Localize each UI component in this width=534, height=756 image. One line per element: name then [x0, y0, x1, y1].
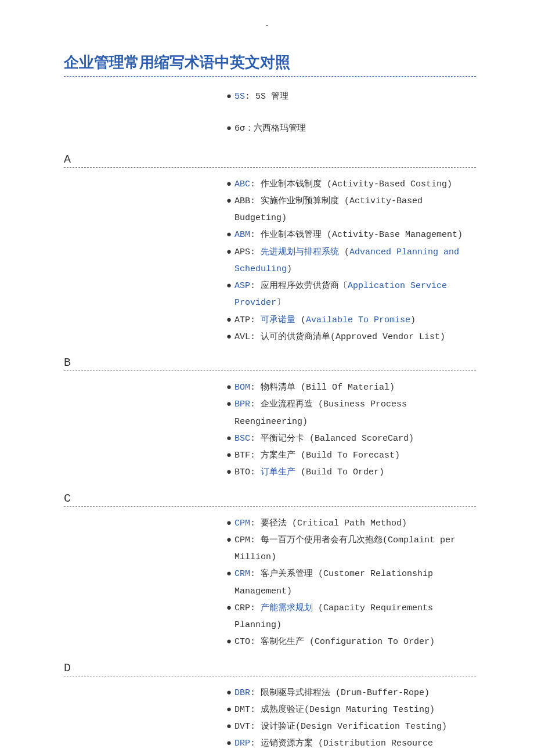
separator: :: [250, 179, 261, 189]
separator: :: [250, 535, 261, 545]
term-text: 平衡记分卡 (Balanced ScoreCard): [261, 434, 414, 444]
bullet-icon: ●: [226, 176, 234, 193]
separator: :: [250, 451, 261, 460]
term-abbr[interactable]: ASP: [234, 281, 250, 291]
list-item: ●DMT: 成熟度验证(Design Maturing Testing): [226, 701, 471, 718]
term-text: 要径法 (Critical Path Method): [261, 519, 407, 528]
term-abbr[interactable]: ABC: [234, 179, 250, 189]
term-text: 〕: [276, 298, 285, 308]
bullet-icon: ●: [226, 600, 234, 617]
term-abbr[interactable]: ABM: [234, 230, 250, 240]
separator: :: [250, 722, 261, 732]
bullet-icon: ●: [226, 566, 234, 582]
sections: A●ABC: 作业制本钱制度 (Activity-Based Costing)●…: [64, 153, 476, 757]
term-link-text[interactable]: Available To Promise: [306, 315, 410, 325]
term-abbr: DMT: [234, 705, 250, 715]
separator: :: [250, 519, 261, 528]
section-heading: A: [64, 153, 476, 166]
term-link-text[interactable]: 可承诺量: [261, 315, 295, 325]
section-list: ●BOM: 物料清单 (Bill Of Material)●BPR: 企业流程再…: [226, 379, 476, 481]
item-body: CRM: 客户关系管理 (Customer Relationship Manag…: [234, 566, 471, 600]
separator: :: [250, 739, 261, 748]
term-link-text[interactable]: 先进规划与排程系统: [261, 247, 339, 257]
item-body: ATP: 可承诺量 (Available To Promise): [234, 312, 471, 329]
term-link-text[interactable]: 订单生产: [261, 467, 295, 477]
list-item: ●ASP: 应用程序效劳供货商〔Application Service Prov…: [226, 278, 471, 312]
term-abbr: DVT: [234, 722, 250, 732]
term-text: 方案生产 (Build To Forecast): [261, 451, 400, 460]
separator: :: [250, 399, 261, 409]
bullet-icon: ●: [226, 278, 234, 294]
section-heading: B: [64, 356, 476, 369]
term-abbr: 6σ: [234, 124, 245, 134]
list-item: ●CTO: 客制化生产 (Configuration To Order): [226, 633, 471, 650]
bullet-icon: ●: [226, 226, 234, 243]
item-body: 6σ：六西格玛管理: [234, 120, 471, 137]
item-body: DBR: 限制驱导式排程法 (Drum-Buffer-Rope): [234, 685, 471, 701]
term-text: 设计验证(Design Verification Testing): [261, 722, 447, 732]
list-item: ●CPM: 要径法 (Critical Path Method): [226, 515, 471, 532]
title-divider: [64, 76, 476, 77]
separator: :: [250, 637, 261, 647]
bullet-icon: ●: [226, 515, 234, 532]
term-text: 认可的供货商清单(Approved Vendor List): [261, 332, 445, 342]
item-body: BSC: 平衡记分卡 (Balanced ScoreCard): [234, 430, 471, 447]
bullet-icon: ●: [226, 718, 234, 735]
bullet-icon: ●: [226, 244, 234, 261]
separator: :: [250, 230, 261, 240]
term-abbr[interactable]: BPR: [234, 399, 250, 409]
term-abbr: CPM: [234, 535, 250, 545]
list-item: ●BOM: 物料清单 (Bill Of Material): [226, 379, 471, 396]
term-abbr[interactable]: DRP: [234, 739, 250, 748]
header-mark: -: [0, 21, 534, 30]
bullet-icon: ●: [226, 312, 234, 329]
term-text: ): [410, 315, 416, 325]
list-item: ●ABB: 实施作业制预算制度 (Activity-Based Budgetin…: [226, 193, 471, 227]
list-item: ●5S: 5S 管理: [226, 88, 471, 105]
list-item: ●BSC: 平衡记分卡 (Balanced ScoreCard): [226, 430, 471, 447]
term-link-text[interactable]: 产能需求规划: [261, 603, 313, 613]
separator: :: [250, 332, 261, 342]
term-abbr: CRP: [234, 603, 250, 613]
separator: :: [245, 92, 255, 102]
separator: ：: [245, 124, 254, 134]
term-text: ): [287, 264, 292, 274]
section-list: ●DBR: 限制驱导式排程法 (Drum-Buffer-Rope)●DMT: 成…: [226, 685, 476, 757]
section-divider: [64, 676, 476, 676]
term-text: 成熟度验证(Design Maturing Testing): [261, 705, 435, 715]
term-abbr[interactable]: CRM: [234, 569, 250, 579]
separator: :: [250, 467, 261, 477]
item-body: ABB: 实施作业制预算制度 (Activity-Based Budgeting…: [234, 193, 471, 227]
separator: :: [250, 688, 261, 698]
term-abbr[interactable]: 5S: [234, 92, 245, 102]
term-text: 限制驱导式排程法 (Drum-Buffer-Rope): [261, 688, 430, 698]
list-item: ●ABC: 作业制本钱制度 (Activity-Based Costing): [226, 176, 471, 193]
item-body: BOM: 物料清单 (Bill Of Material): [234, 379, 471, 396]
term-abbr[interactable]: BSC: [234, 434, 250, 444]
section-divider: [64, 167, 476, 168]
separator: :: [250, 196, 261, 206]
bullet-icon: ●: [226, 120, 234, 137]
page-title: 企业管理常用缩写术语中英文对照: [64, 52, 476, 73]
item-body: ABM: 作业制本钱管理 (Activity-Base Management): [234, 226, 471, 243]
list-item: ●DVT: 设计验证(Design Verification Testing): [226, 718, 471, 735]
list-item: ●BTF: 方案生产 (Build To Forecast): [226, 447, 471, 464]
item-body: CTO: 客制化生产 (Configuration To Order): [234, 633, 471, 650]
item-body: CRP: 产能需求规划 (Capacity Requirements Plann…: [234, 600, 471, 634]
term-abbr[interactable]: CPM: [234, 519, 250, 528]
term-text: 企业流程再造 (Business Process Reengineering): [234, 399, 407, 426]
term-abbr[interactable]: DBR: [234, 688, 250, 698]
bullet-icon: ●: [226, 735, 234, 752]
item-body: CPM: 每一百万个使用者会有几次抱怨(Complaint per Millio…: [234, 532, 471, 566]
section-divider: [64, 506, 476, 507]
bullet-icon: ●: [226, 396, 234, 413]
list-item: ●DRP: 运销资源方案 (Distribution Resource Plan…: [226, 735, 471, 756]
term-abbr[interactable]: BOM: [234, 383, 250, 393]
section-list: ●CPM: 要径法 (Critical Path Method)●CPM: 每一…: [226, 515, 476, 651]
term-abbr: AVL: [234, 332, 250, 342]
term-text: 客制化生产 (Configuration To Order): [261, 637, 435, 647]
separator: :: [250, 247, 261, 257]
bullet-icon: ●: [226, 447, 234, 464]
item-body: BPR: 企业流程再造 (Business Process Reengineer…: [234, 396, 471, 430]
separator: :: [250, 383, 261, 393]
